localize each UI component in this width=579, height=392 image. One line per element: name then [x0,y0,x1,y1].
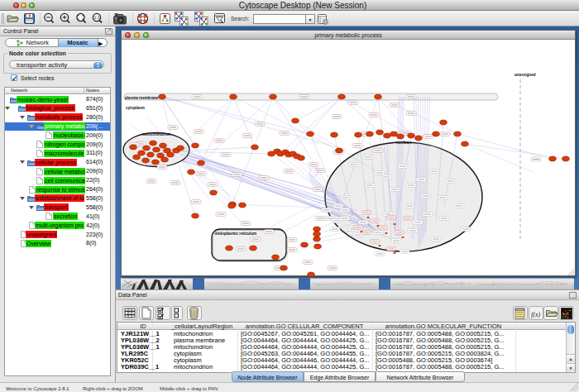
svg-text:plasma membrane: plasma membrane [125,95,159,99]
svg-text:mitochondrion: mitochondrion [142,132,170,136]
svg-text:unassigned: unassigned [514,73,536,77]
svg-text:f(x): f(x) [531,311,540,318]
svg-text:cytoplasm: cytoplasm [126,106,145,110]
svg-text:endoplasmic reticulum: endoplasmic reticulum [215,232,256,236]
svg-text:1:1: 1:1 [94,15,100,20]
svg-text:nucleus: nucleus [396,141,411,145]
